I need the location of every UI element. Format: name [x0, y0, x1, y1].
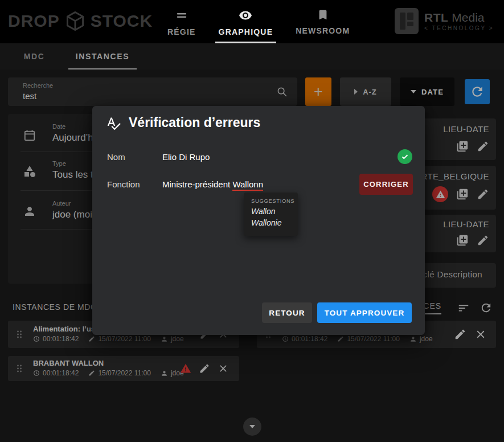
- main-nav: RÉGIE GRAPHIQUE NEWSROOM: [164, 7, 353, 43]
- logo-word-drop: DROP: [8, 11, 60, 31]
- nav-item-graphique[interactable]: GRAPHIQUE: [215, 7, 277, 43]
- suggestion-item-wallonie[interactable]: Wallonie: [251, 218, 281, 227]
- brand-media: Media: [452, 11, 484, 24]
- fonction-value-error: Wallonn: [232, 179, 263, 191]
- menu-icon: [175, 9, 189, 22]
- nav-label-graphique: GRAPHIQUE: [219, 27, 273, 36]
- cube-icon: [64, 10, 86, 32]
- fonction-label: Fonction: [107, 179, 140, 189]
- brand-rtl: RTL: [424, 11, 448, 24]
- chevron-down-icon: [249, 425, 255, 428]
- rtl-logo-icon: [395, 8, 419, 34]
- nav-item-newsroom[interactable]: NEWSROOM: [292, 7, 353, 43]
- modal-title: Vérification d’erreurs: [129, 115, 260, 130]
- brand-technology: < TECHNOLOGY >: [424, 25, 494, 31]
- logo-word-stock: STOCK: [91, 11, 153, 31]
- check-circle-icon: [398, 149, 412, 164]
- tout-approuver-button[interactable]: TOUT APPROUVER: [317, 302, 412, 323]
- suggestions-heading: SUGGESTIONS: [251, 198, 294, 204]
- suggestion-item-wallon[interactable]: Wallon: [251, 207, 276, 216]
- eye-icon: [239, 9, 252, 22]
- fonction-value: Ministre-président Wallonn: [162, 179, 263, 189]
- bookmark-icon: [317, 9, 329, 21]
- nav-label-newsroom: NEWSROOM: [296, 26, 350, 35]
- top-bar: DROP STOCK RÉGIE GRAPHIQUE NEWSROOM: [0, 0, 504, 43]
- suggestions-popup: SUGGESTIONS Wallon Wallonie: [244, 193, 298, 236]
- retour-button[interactable]: RETOUR: [262, 302, 312, 323]
- app-root: DROP STOCK RÉGIE GRAPHIQUE NEWSROOM: [0, 0, 504, 442]
- corriger-button[interactable]: CORRIGER: [359, 174, 413, 195]
- app-logo: DROP STOCK: [8, 10, 153, 32]
- spellcheck-icon: [106, 116, 121, 131]
- scroll-down-button[interactable]: [243, 418, 261, 436]
- nav-item-regie[interactable]: RÉGIE: [164, 7, 199, 43]
- fonction-value-prefix: Ministre-président: [162, 179, 232, 189]
- nom-value: Elio Di Rupo: [162, 152, 210, 162]
- rtl-media-brand: RTL Media < TECHNOLOGY >: [395, 8, 494, 34]
- rtl-brand-text: RTL Media < TECHNOLOGY >: [424, 11, 494, 31]
- nav-label-regie: RÉGIE: [167, 27, 196, 36]
- nom-label: Nom: [107, 152, 125, 162]
